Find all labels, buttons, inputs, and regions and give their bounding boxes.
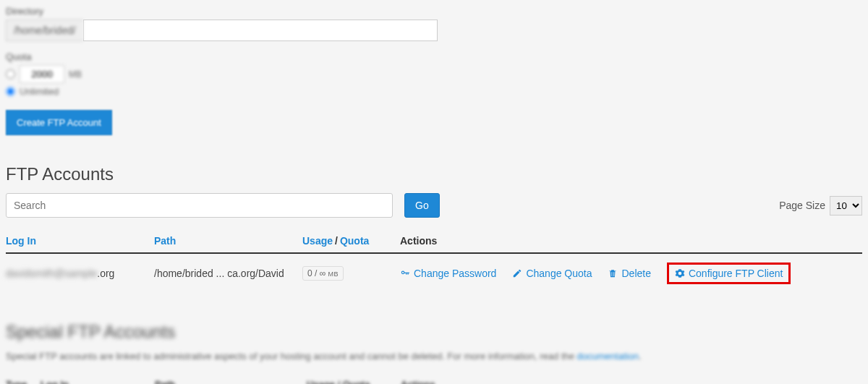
th-actions: Actions bbox=[400, 235, 862, 247]
configure-highlight: Configure FTP Client bbox=[667, 263, 791, 284]
ftp-table-header: Log In Path Usage/Quota Actions bbox=[6, 229, 862, 254]
trash-icon bbox=[608, 268, 618, 278]
search-input[interactable] bbox=[6, 193, 393, 218]
directory-input[interactable] bbox=[83, 20, 438, 41]
page-size-label: Page Size bbox=[779, 200, 825, 211]
create-ftp-account-button[interactable]: Create FTP Account bbox=[6, 110, 112, 135]
directory-label: Directory bbox=[6, 6, 862, 17]
sth-login: Log In bbox=[41, 379, 155, 384]
sth-usage: Usage / Quota bbox=[307, 379, 401, 384]
special-ftp-title: Special FTP Accounts bbox=[6, 322, 862, 342]
key-icon bbox=[400, 268, 410, 278]
create-ftp-form: Directory /home/brided/ Quota MB Unlimit… bbox=[6, 6, 862, 135]
cell-actions: Change Password Change Quota Delete Conf… bbox=[400, 263, 862, 284]
th-login[interactable]: Log In bbox=[6, 235, 154, 247]
quota-section: Quota MB Unlimited bbox=[6, 51, 862, 97]
go-button[interactable]: Go bbox=[404, 193, 440, 218]
quota-unit: MB bbox=[69, 69, 82, 80]
ftp-accounts-title: FTP Accounts bbox=[6, 164, 862, 184]
cell-login: davidsmith@sample.org bbox=[6, 268, 154, 279]
th-usage-quota[interactable]: Usage/Quota bbox=[302, 235, 400, 247]
page-size-select[interactable]: 10 bbox=[830, 196, 862, 216]
configure-ftp-client-link[interactable]: Configure FTP Client bbox=[675, 268, 783, 279]
pagesize-wrap: Page Size 10 bbox=[779, 196, 862, 216]
quota-label: Quota bbox=[6, 51, 862, 62]
sth-actions: Actions bbox=[401, 379, 862, 384]
special-ftp-description: Special FTP accounts are linked to admin… bbox=[6, 351, 862, 362]
usage-badge: 0 / ∞ MB bbox=[302, 266, 344, 281]
th-path[interactable]: Path bbox=[154, 235, 302, 247]
pencil-icon bbox=[512, 268, 522, 278]
documentation-link[interactable]: documentation bbox=[577, 351, 639, 362]
directory-row: /home/brided/ bbox=[6, 20, 862, 41]
quota-unlimited-radio[interactable] bbox=[6, 87, 15, 96]
delete-link[interactable]: Delete bbox=[608, 268, 650, 279]
quota-unlimited-label: Unlimited bbox=[20, 86, 59, 97]
sth-path: Path bbox=[155, 379, 307, 384]
sth-type: Type bbox=[6, 379, 41, 384]
search-row: Go Page Size 10 bbox=[6, 193, 862, 218]
cell-path: /home/brided ... ca.org/David bbox=[154, 268, 302, 279]
change-quota-link[interactable]: Change Quota bbox=[512, 268, 592, 279]
cell-usage: 0 / ∞ MB bbox=[302, 266, 400, 281]
quota-limited-radio[interactable] bbox=[6, 69, 15, 79]
change-password-link[interactable]: Change Password bbox=[400, 268, 496, 279]
gear-icon bbox=[675, 268, 685, 278]
quota-value-input[interactable] bbox=[20, 65, 64, 83]
directory-prefix: /home/brided/ bbox=[6, 20, 83, 41]
special-table-header: Type Log In Path Usage / Quota Actions bbox=[6, 375, 862, 384]
table-row: davidsmith@sample.org /home/brided ... c… bbox=[6, 254, 862, 293]
